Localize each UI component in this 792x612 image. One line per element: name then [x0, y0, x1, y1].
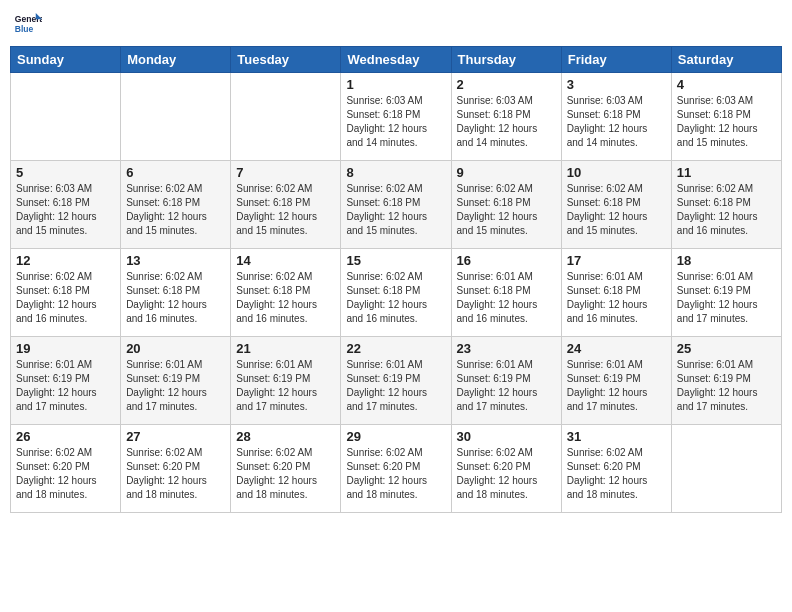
calendar-table: SundayMondayTuesdayWednesdayThursdayFrid… [10, 46, 782, 513]
day-number: 15 [346, 253, 445, 268]
day-number: 4 [677, 77, 776, 92]
calendar-day-cell: 10Sunrise: 6:02 AM Sunset: 6:18 PM Dayli… [561, 161, 671, 249]
day-number: 11 [677, 165, 776, 180]
day-number: 17 [567, 253, 666, 268]
day-info: Sunrise: 6:03 AM Sunset: 6:18 PM Dayligh… [16, 182, 115, 238]
svg-text:Blue: Blue [15, 24, 34, 34]
calendar-week-row: 1Sunrise: 6:03 AM Sunset: 6:18 PM Daylig… [11, 73, 782, 161]
day-info: Sunrise: 6:02 AM Sunset: 6:18 PM Dayligh… [677, 182, 776, 238]
weekday-header-cell: Tuesday [231, 47, 341, 73]
calendar-day-cell: 22Sunrise: 6:01 AM Sunset: 6:19 PM Dayli… [341, 337, 451, 425]
day-number: 7 [236, 165, 335, 180]
calendar-day-cell: 14Sunrise: 6:02 AM Sunset: 6:18 PM Dayli… [231, 249, 341, 337]
logo: General Blue [14, 10, 46, 38]
calendar-day-cell: 18Sunrise: 6:01 AM Sunset: 6:19 PM Dayli… [671, 249, 781, 337]
calendar-day-cell: 19Sunrise: 6:01 AM Sunset: 6:19 PM Dayli… [11, 337, 121, 425]
day-number: 3 [567, 77, 666, 92]
day-info: Sunrise: 6:02 AM Sunset: 6:18 PM Dayligh… [236, 270, 335, 326]
day-info: Sunrise: 6:03 AM Sunset: 6:18 PM Dayligh… [567, 94, 666, 150]
day-info: Sunrise: 6:02 AM Sunset: 6:18 PM Dayligh… [346, 182, 445, 238]
day-info: Sunrise: 6:03 AM Sunset: 6:18 PM Dayligh… [457, 94, 556, 150]
calendar-day-cell [671, 425, 781, 513]
calendar-week-row: 26Sunrise: 6:02 AM Sunset: 6:20 PM Dayli… [11, 425, 782, 513]
day-info: Sunrise: 6:02 AM Sunset: 6:18 PM Dayligh… [457, 182, 556, 238]
day-info: Sunrise: 6:01 AM Sunset: 6:19 PM Dayligh… [346, 358, 445, 414]
calendar-day-cell: 7Sunrise: 6:02 AM Sunset: 6:18 PM Daylig… [231, 161, 341, 249]
day-info: Sunrise: 6:02 AM Sunset: 6:18 PM Dayligh… [126, 270, 225, 326]
day-number: 30 [457, 429, 556, 444]
calendar-day-cell: 2Sunrise: 6:03 AM Sunset: 6:18 PM Daylig… [451, 73, 561, 161]
calendar-week-row: 12Sunrise: 6:02 AM Sunset: 6:18 PM Dayli… [11, 249, 782, 337]
day-number: 25 [677, 341, 776, 356]
day-info: Sunrise: 6:01 AM Sunset: 6:19 PM Dayligh… [677, 358, 776, 414]
calendar-day-cell: 5Sunrise: 6:03 AM Sunset: 6:18 PM Daylig… [11, 161, 121, 249]
day-number: 5 [16, 165, 115, 180]
calendar-week-row: 5Sunrise: 6:03 AM Sunset: 6:18 PM Daylig… [11, 161, 782, 249]
day-info: Sunrise: 6:02 AM Sunset: 6:18 PM Dayligh… [567, 182, 666, 238]
calendar-day-cell: 13Sunrise: 6:02 AM Sunset: 6:18 PM Dayli… [121, 249, 231, 337]
calendar-day-cell: 17Sunrise: 6:01 AM Sunset: 6:18 PM Dayli… [561, 249, 671, 337]
day-info: Sunrise: 6:01 AM Sunset: 6:19 PM Dayligh… [126, 358, 225, 414]
day-info: Sunrise: 6:02 AM Sunset: 6:20 PM Dayligh… [126, 446, 225, 502]
day-number: 26 [16, 429, 115, 444]
day-number: 2 [457, 77, 556, 92]
day-number: 31 [567, 429, 666, 444]
calendar-day-cell: 15Sunrise: 6:02 AM Sunset: 6:18 PM Dayli… [341, 249, 451, 337]
calendar-day-cell: 16Sunrise: 6:01 AM Sunset: 6:18 PM Dayli… [451, 249, 561, 337]
day-info: Sunrise: 6:01 AM Sunset: 6:18 PM Dayligh… [567, 270, 666, 326]
calendar-day-cell: 6Sunrise: 6:02 AM Sunset: 6:18 PM Daylig… [121, 161, 231, 249]
day-info: Sunrise: 6:03 AM Sunset: 6:18 PM Dayligh… [346, 94, 445, 150]
day-number: 1 [346, 77, 445, 92]
logo-icon: General Blue [14, 10, 42, 38]
calendar-day-cell: 8Sunrise: 6:02 AM Sunset: 6:18 PM Daylig… [341, 161, 451, 249]
day-info: Sunrise: 6:02 AM Sunset: 6:20 PM Dayligh… [16, 446, 115, 502]
calendar-day-cell [11, 73, 121, 161]
day-info: Sunrise: 6:01 AM Sunset: 6:19 PM Dayligh… [16, 358, 115, 414]
calendar-body: 1Sunrise: 6:03 AM Sunset: 6:18 PM Daylig… [11, 73, 782, 513]
day-number: 27 [126, 429, 225, 444]
page-header: General Blue [10, 10, 782, 38]
day-info: Sunrise: 6:02 AM Sunset: 6:18 PM Dayligh… [126, 182, 225, 238]
day-number: 16 [457, 253, 556, 268]
day-info: Sunrise: 6:02 AM Sunset: 6:18 PM Dayligh… [236, 182, 335, 238]
day-info: Sunrise: 6:01 AM Sunset: 6:19 PM Dayligh… [457, 358, 556, 414]
weekday-header-row: SundayMondayTuesdayWednesdayThursdayFrid… [11, 47, 782, 73]
calendar-day-cell: 28Sunrise: 6:02 AM Sunset: 6:20 PM Dayli… [231, 425, 341, 513]
weekday-header-cell: Saturday [671, 47, 781, 73]
day-number: 20 [126, 341, 225, 356]
day-number: 24 [567, 341, 666, 356]
day-number: 6 [126, 165, 225, 180]
day-number: 8 [346, 165, 445, 180]
day-info: Sunrise: 6:02 AM Sunset: 6:20 PM Dayligh… [457, 446, 556, 502]
calendar-day-cell: 31Sunrise: 6:02 AM Sunset: 6:20 PM Dayli… [561, 425, 671, 513]
calendar-day-cell: 27Sunrise: 6:02 AM Sunset: 6:20 PM Dayli… [121, 425, 231, 513]
calendar-day-cell: 11Sunrise: 6:02 AM Sunset: 6:18 PM Dayli… [671, 161, 781, 249]
calendar-day-cell: 29Sunrise: 6:02 AM Sunset: 6:20 PM Dayli… [341, 425, 451, 513]
calendar-day-cell: 20Sunrise: 6:01 AM Sunset: 6:19 PM Dayli… [121, 337, 231, 425]
calendar-day-cell [231, 73, 341, 161]
calendar-day-cell: 21Sunrise: 6:01 AM Sunset: 6:19 PM Dayli… [231, 337, 341, 425]
day-info: Sunrise: 6:03 AM Sunset: 6:18 PM Dayligh… [677, 94, 776, 150]
calendar-day-cell: 26Sunrise: 6:02 AM Sunset: 6:20 PM Dayli… [11, 425, 121, 513]
day-info: Sunrise: 6:02 AM Sunset: 6:20 PM Dayligh… [236, 446, 335, 502]
calendar-day-cell: 12Sunrise: 6:02 AM Sunset: 6:18 PM Dayli… [11, 249, 121, 337]
day-info: Sunrise: 6:01 AM Sunset: 6:19 PM Dayligh… [677, 270, 776, 326]
day-number: 21 [236, 341, 335, 356]
calendar-day-cell: 25Sunrise: 6:01 AM Sunset: 6:19 PM Dayli… [671, 337, 781, 425]
weekday-header-cell: Thursday [451, 47, 561, 73]
day-number: 12 [16, 253, 115, 268]
day-info: Sunrise: 6:02 AM Sunset: 6:18 PM Dayligh… [16, 270, 115, 326]
calendar-day-cell: 4Sunrise: 6:03 AM Sunset: 6:18 PM Daylig… [671, 73, 781, 161]
calendar-day-cell: 30Sunrise: 6:02 AM Sunset: 6:20 PM Dayli… [451, 425, 561, 513]
day-info: Sunrise: 6:01 AM Sunset: 6:19 PM Dayligh… [236, 358, 335, 414]
day-number: 22 [346, 341, 445, 356]
day-number: 19 [16, 341, 115, 356]
day-info: Sunrise: 6:02 AM Sunset: 6:20 PM Dayligh… [346, 446, 445, 502]
weekday-header-cell: Wednesday [341, 47, 451, 73]
day-number: 29 [346, 429, 445, 444]
weekday-header-cell: Monday [121, 47, 231, 73]
day-info: Sunrise: 6:01 AM Sunset: 6:19 PM Dayligh… [567, 358, 666, 414]
day-number: 13 [126, 253, 225, 268]
day-number: 14 [236, 253, 335, 268]
calendar-week-row: 19Sunrise: 6:01 AM Sunset: 6:19 PM Dayli… [11, 337, 782, 425]
